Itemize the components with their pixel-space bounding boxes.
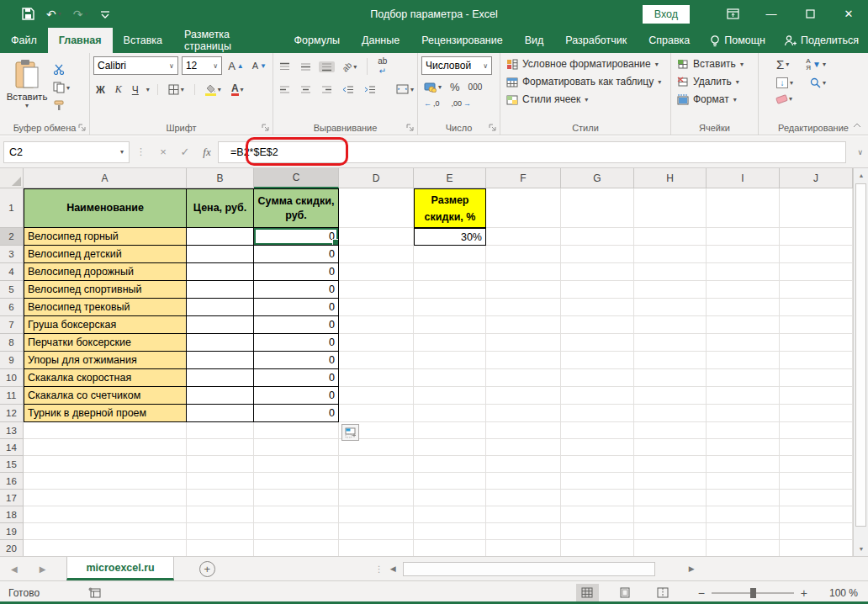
comma-style-button[interactable]: 000 xyxy=(466,82,485,93)
number-dialog-launcher[interactable] xyxy=(489,124,497,132)
sort-filter-icon[interactable]: АЯ▼▾ xyxy=(803,57,828,72)
cell-D4[interactable] xyxy=(339,263,414,281)
cell-B6[interactable] xyxy=(187,299,254,316)
cell-I19[interactable] xyxy=(707,523,780,540)
cell-B11[interactable] xyxy=(187,387,254,405)
cell-I6[interactable] xyxy=(707,299,780,316)
cell-J11[interactable] xyxy=(780,387,853,405)
cell-A10[interactable]: Скакалка скоростная xyxy=(24,369,187,387)
cell-G18[interactable] xyxy=(561,506,634,523)
number-format-combo[interactable]: Числовой∨ xyxy=(421,56,492,75)
cell-J20[interactable] xyxy=(780,540,853,556)
bold-button[interactable]: Ж xyxy=(93,83,108,97)
tab-разметка-страницы[interactable]: Разметка страницы xyxy=(173,28,283,53)
cell-G8[interactable] xyxy=(561,334,634,352)
cell-B15[interactable] xyxy=(187,456,254,473)
alignment-dialog-launcher[interactable] xyxy=(406,124,415,132)
cell-I18[interactable] xyxy=(707,506,780,523)
cell-A8[interactable]: Перчатки боксерские xyxy=(24,334,187,352)
cell-G13[interactable] xyxy=(561,422,634,439)
cell-J17[interactable] xyxy=(780,490,853,506)
cell-A19[interactable] xyxy=(24,523,187,540)
page-layout-view-button[interactable] xyxy=(614,584,637,601)
scroll-up-icon[interactable]: ▲ xyxy=(854,168,868,183)
cell-E10[interactable] xyxy=(414,369,486,387)
cell-F2[interactable] xyxy=(486,228,561,246)
cell-E9[interactable] xyxy=(414,352,486,369)
cell-H2[interactable] xyxy=(634,228,707,246)
cell-E5[interactable] xyxy=(414,281,486,299)
cell-C2[interactable]: 0 xyxy=(254,228,339,246)
row-header-3[interactable]: 3 xyxy=(0,246,24,263)
cell-C15[interactable] xyxy=(254,456,339,473)
fill-down-icon[interactable]: ↓▾ xyxy=(774,77,796,89)
cell-B9[interactable] xyxy=(187,352,254,369)
row-header-10[interactable]: 10 xyxy=(0,369,24,387)
cell-D7[interactable] xyxy=(339,316,414,334)
cell-F20[interactable] xyxy=(486,540,561,556)
align-center-icon[interactable] xyxy=(298,84,314,95)
cell-F16[interactable] xyxy=(486,473,561,490)
cell-B12[interactable] xyxy=(187,405,254,422)
assistant-tab[interactable]: Помощн xyxy=(701,28,775,53)
cell-I5[interactable] xyxy=(707,281,780,299)
cell-B19[interactable] xyxy=(187,523,254,540)
cell-I9[interactable] xyxy=(707,352,780,369)
vertical-scroll-thumb[interactable] xyxy=(855,183,866,527)
cell-B20[interactable] xyxy=(187,540,254,556)
cell-I20[interactable] xyxy=(707,540,780,556)
decrease-font-size-button[interactable]: A▼ xyxy=(250,60,269,72)
underline-dropdown[interactable]: ▾ xyxy=(146,86,150,93)
minimize-button[interactable]: — xyxy=(752,0,791,28)
column-header-C[interactable]: C xyxy=(254,168,339,188)
cell-J9[interactable] xyxy=(780,352,853,369)
cell-B17[interactable] xyxy=(187,490,254,506)
cell-J5[interactable] xyxy=(780,281,853,299)
row-header-11[interactable]: 11 xyxy=(0,387,24,405)
row-header-1[interactable]: 1 xyxy=(0,188,24,228)
sheet-nav-next-icon[interactable]: ▶ xyxy=(29,564,57,574)
new-sheet-button[interactable]: + xyxy=(199,561,215,577)
cell-F19[interactable] xyxy=(486,523,561,540)
cell-E6[interactable] xyxy=(414,299,486,316)
tab-вставка[interactable]: Вставка xyxy=(113,28,173,53)
cell-A9[interactable]: Упоры для отжимания xyxy=(24,352,187,369)
cell-D17[interactable] xyxy=(339,490,414,506)
cell-H12[interactable] xyxy=(634,405,707,422)
cell-G7[interactable] xyxy=(561,316,634,334)
cell-E16[interactable] xyxy=(414,473,486,490)
format-as-table-button[interactable]: Форматировать как таблицу▾ xyxy=(504,74,667,89)
align-bottom-icon[interactable] xyxy=(319,61,335,72)
cell-G4[interactable] xyxy=(561,263,634,281)
cell-C20[interactable] xyxy=(254,540,339,556)
cell-C8[interactable]: 0 xyxy=(254,334,339,352)
sheet-nav-prev-icon[interactable]: ◀ xyxy=(0,564,29,574)
cell-A5[interactable]: Велосипед спортивный xyxy=(24,281,187,299)
vertical-scrollbar[interactable]: ▲ ▼ xyxy=(853,168,868,556)
cell-B2[interactable] xyxy=(187,228,254,246)
cell-G6[interactable] xyxy=(561,299,634,316)
cell-C17[interactable] xyxy=(254,490,339,506)
cancel-icon[interactable]: × xyxy=(152,146,174,158)
cell-E13[interactable] xyxy=(414,422,486,439)
cell-B4[interactable] xyxy=(187,263,254,281)
cell-E18[interactable] xyxy=(414,506,486,523)
column-header-F[interactable]: F xyxy=(486,168,561,188)
cell-A2[interactable]: Велосипед горный xyxy=(24,228,187,246)
cell-C6[interactable]: 0 xyxy=(254,299,339,316)
zoom-level-label[interactable]: 100 % xyxy=(823,587,858,599)
cell-G20[interactable] xyxy=(561,540,634,556)
cell-C16[interactable] xyxy=(254,473,339,490)
expand-formula-bar-icon[interactable]: ∨ xyxy=(857,148,863,156)
name-box[interactable]: C2▾ xyxy=(3,141,130,163)
decrease-decimal-icon[interactable]: ,00→ xyxy=(449,98,474,109)
cell-H11[interactable] xyxy=(634,387,707,405)
cell-D16[interactable] xyxy=(339,473,414,490)
cell-J13[interactable] xyxy=(780,422,853,439)
cell-E17[interactable] xyxy=(414,490,486,506)
column-header-A[interactable]: A xyxy=(24,168,187,188)
cell-A12[interactable]: Турник в дверной проем xyxy=(24,405,187,422)
save-icon[interactable] xyxy=(22,8,34,20)
cell-D19[interactable] xyxy=(339,523,414,540)
normal-view-button[interactable] xyxy=(576,584,599,601)
